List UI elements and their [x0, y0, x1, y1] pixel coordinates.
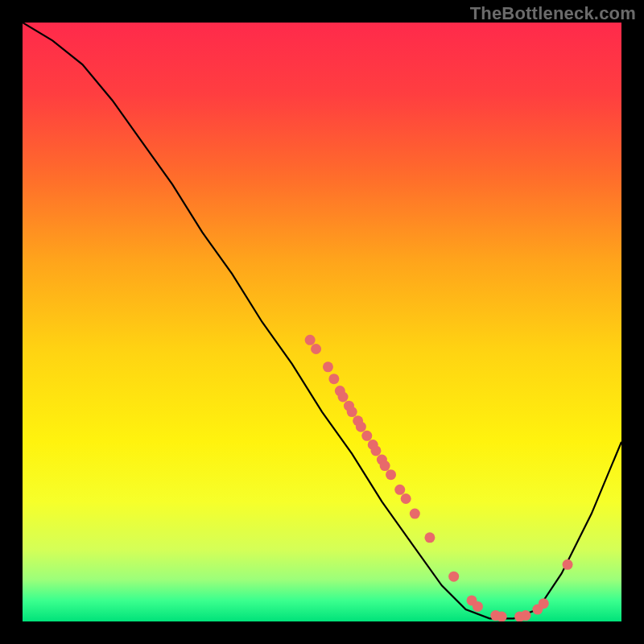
data-point [401, 493, 411, 504]
data-point [380, 460, 390, 471]
watermark-label: TheBottleneck.com [470, 3, 636, 24]
data-point [347, 407, 357, 417]
data-point [394, 485, 405, 495]
chart-container: TheBottleneck.com [0, 0, 644, 644]
data-point [520, 610, 530, 621]
data-point [338, 392, 349, 402]
gradient-background [23, 23, 621, 621]
data-point [386, 469, 396, 480]
data-point [328, 374, 339, 384]
data-point [497, 612, 507, 621]
data-point [563, 559, 573, 570]
chart-svg [23, 23, 621, 621]
plot-area [23, 23, 621, 621]
data-point [305, 335, 316, 345]
data-point [473, 601, 483, 612]
data-point [361, 431, 372, 441]
data-point [356, 422, 366, 432]
data-point [311, 344, 321, 354]
data-point [448, 572, 459, 582]
data-point [424, 532, 435, 543]
data-point [410, 509, 420, 519]
data-point [323, 361, 333, 372]
data-point [539, 598, 549, 609]
data-point [370, 445, 381, 456]
